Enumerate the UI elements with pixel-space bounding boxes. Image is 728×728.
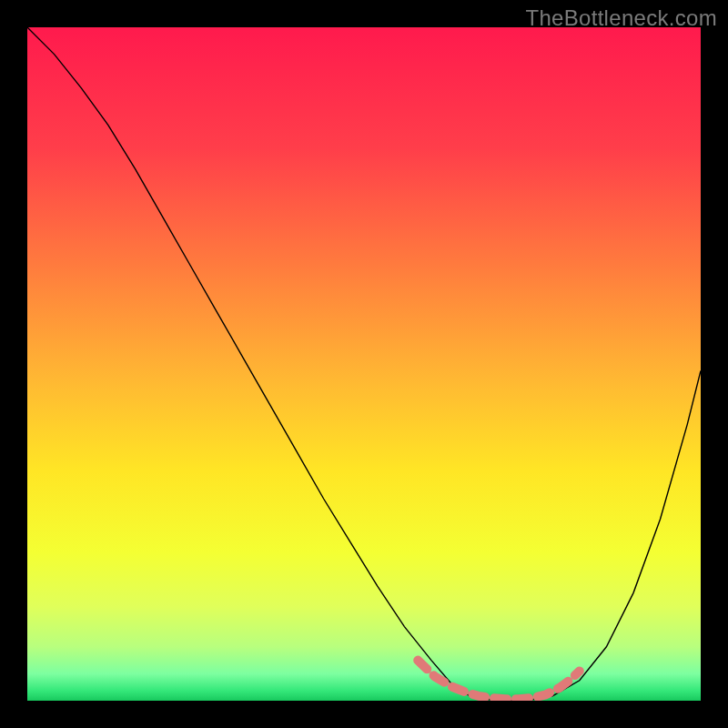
chart-svg (27, 27, 701, 701)
chart-frame: TheBottleneck.com (0, 0, 728, 728)
watermark-text: TheBottleneck.com (525, 5, 717, 31)
chart-background (27, 27, 701, 701)
plot-area (27, 27, 701, 701)
